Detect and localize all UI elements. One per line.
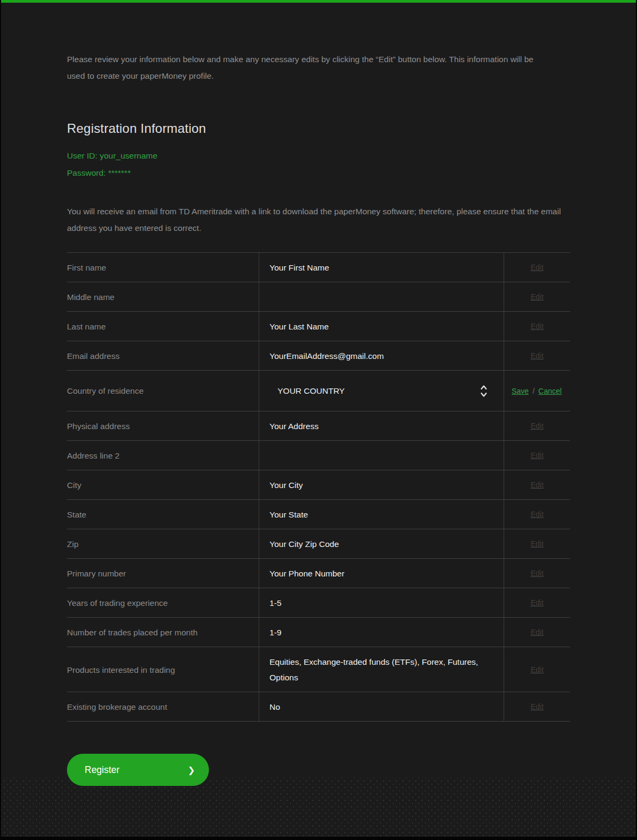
row-action-cell: Edit Save / Cancel	[504, 692, 570, 721]
row-value-text: Your Phone Number	[269, 566, 344, 581]
value-wrapper: 1-9	[269, 625, 281, 640]
table-row: Zip Your City Zip Code Edit Save / Cance…	[67, 529, 570, 559]
cancel-link[interactable]: Cancel	[538, 387, 562, 395]
row-label: Primary number	[67, 559, 259, 588]
row-value-cell: No	[259, 692, 504, 721]
table-row: First name Your First Name Edit Save / C…	[67, 253, 570, 282]
table-row: State Your State Edit Save / Cancel	[67, 500, 570, 529]
review-table: First name Your First Name Edit Save / C…	[67, 252, 570, 722]
row-action-cell: Edit Save / Cancel	[504, 253, 570, 282]
row-action-cell: Edit Save / Cancel	[504, 647, 570, 692]
row-label: Years of trading experience	[67, 588, 259, 617]
row-value-cell	[259, 282, 504, 311]
row-value-text: Your Last Name	[269, 319, 329, 334]
country-select[interactable]: YOUR COUNTRY	[269, 383, 488, 399]
table-row: City Your City Edit Save / Cancel	[67, 470, 570, 500]
row-label: Number of trades placed per month	[67, 618, 259, 647]
value-wrapper: Equities, Exchange-traded funds (ETFs), …	[269, 654, 484, 685]
row-action-cell: Edit Save / Cancel	[504, 341, 570, 370]
value-wrapper: Your Last Name	[269, 319, 329, 334]
row-label: Existing brokerage account	[67, 692, 259, 721]
table-row: Years of trading experience 1-5 Edit Sav…	[67, 588, 570, 618]
page: Please review your information below and…	[1, 0, 636, 837]
row-label: Physical address	[67, 411, 259, 440]
edit-link[interactable]: Edit	[530, 665, 543, 674]
edit-link[interactable]: Edit	[530, 481, 543, 489]
row-value-cell: Your Last Name	[259, 312, 504, 341]
row-label: Country of residence	[67, 371, 259, 411]
row-value-cell: 1-5	[259, 588, 504, 617]
edit-link[interactable]: Edit	[530, 569, 543, 578]
edit-link[interactable]: Edit	[530, 510, 543, 519]
row-value-cell: YourEmailAddress@gmail.com	[259, 341, 504, 370]
value-wrapper: Your First Name	[269, 260, 329, 275]
edit-link[interactable]: Edit	[530, 598, 543, 607]
row-action-cell: Edit Save / Cancel	[504, 588, 570, 617]
row-value-text: 1-5	[269, 595, 281, 611]
row-value-text: YOUR COUNTRY	[278, 383, 344, 399]
row-action-cell: Edit Save / Cancel	[504, 312, 570, 341]
edit-link[interactable]: Edit	[530, 628, 543, 636]
edit-link[interactable]: Edit	[530, 351, 543, 360]
table-row: Last name Your Last Name Edit Save / Can…	[67, 312, 570, 341]
table-row: Address line 2 Edit Save / Cancel	[67, 441, 570, 470]
table-row: Country of residence YOUR COUNTRY Edit S…	[67, 371, 570, 411]
row-label: City	[67, 470, 259, 499]
table-row: Email address YourEmailAddress@gmail.com…	[67, 341, 570, 371]
row-action-cell: Edit Save / Cancel	[504, 441, 570, 470]
edit-link[interactable]: Edit	[530, 539, 543, 548]
row-value-cell: Your State	[259, 500, 504, 529]
credentials-block: User ID: your_username Password: *******	[67, 147, 158, 182]
row-value-text: Your City Zip Code	[269, 536, 339, 552]
value-wrapper: YourEmailAddress@gmail.com	[269, 348, 384, 364]
table-row: Number of trades placed per month 1-9 Ed…	[67, 618, 570, 647]
table-row: Products interested in trading Equities,…	[67, 647, 570, 692]
row-action-cell: Edit Save / Cancel	[504, 371, 570, 411]
user-id-line: User ID: your_username	[67, 147, 158, 164]
row-value-cell: YOUR COUNTRY	[259, 371, 504, 411]
row-value-text: Equities, Exchange-traded funds (ETFs), …	[269, 654, 484, 685]
row-value-text: Your State	[269, 507, 308, 522]
top-accent-bar	[1, 0, 636, 3]
table-row: Middle name Edit Save / Cancel	[67, 282, 570, 312]
value-wrapper: Your Phone Number	[269, 566, 344, 581]
row-value-cell: Your First Name	[259, 253, 504, 282]
row-value-text: 1-9	[269, 625, 281, 640]
row-value-cell: 1-9	[259, 618, 504, 647]
row-action-cell: Edit Save / Cancel	[504, 529, 570, 558]
footer-texture	[1, 778, 636, 837]
row-label: Products interested in trading	[67, 647, 259, 692]
table-row: Primary number Your Phone Number Edit Sa…	[67, 559, 570, 588]
register-label: Register	[85, 764, 119, 776]
row-label: Address line 2	[67, 441, 259, 470]
row-value-cell: Your City Zip Code	[259, 529, 504, 558]
row-value-text: Your Address	[269, 418, 319, 434]
row-value-cell: Equities, Exchange-traded funds (ETFs), …	[259, 647, 504, 692]
row-value-text: Your First Name	[269, 260, 329, 275]
edit-link[interactable]: Edit	[530, 702, 543, 711]
value-wrapper: Your City	[269, 477, 303, 493]
save-link[interactable]: Save	[512, 387, 529, 395]
row-action-cell: Edit Save / Cancel	[504, 411, 570, 440]
row-action-cell: Edit Save / Cancel	[504, 470, 570, 499]
intro-text: Please review your information below and…	[67, 51, 552, 84]
register-button[interactable]: Register ❯	[67, 754, 209, 786]
row-action-cell: Edit Save / Cancel	[504, 500, 570, 529]
row-value-cell	[259, 441, 504, 470]
row-label: First name	[67, 253, 259, 282]
email-note: You will receive an email from TD Amerit…	[67, 203, 563, 236]
value-wrapper: No	[269, 699, 280, 715]
edit-link[interactable]: Edit	[530, 322, 543, 331]
user-id-label: User ID:	[67, 151, 98, 160]
password-line: Password: *******	[67, 164, 158, 182]
edit-link[interactable]: Edit	[530, 451, 543, 460]
edit-link[interactable]: Edit	[530, 292, 543, 301]
row-value-text: No	[269, 699, 280, 715]
row-label: State	[67, 500, 259, 529]
edit-link[interactable]: Edit	[530, 263, 543, 272]
select-updown-icon	[480, 384, 488, 399]
edit-link[interactable]: Edit	[530, 422, 543, 430]
row-value-cell: Your Phone Number	[259, 559, 504, 588]
row-label: Middle name	[67, 282, 259, 311]
row-value-cell: Your Address	[259, 411, 504, 440]
